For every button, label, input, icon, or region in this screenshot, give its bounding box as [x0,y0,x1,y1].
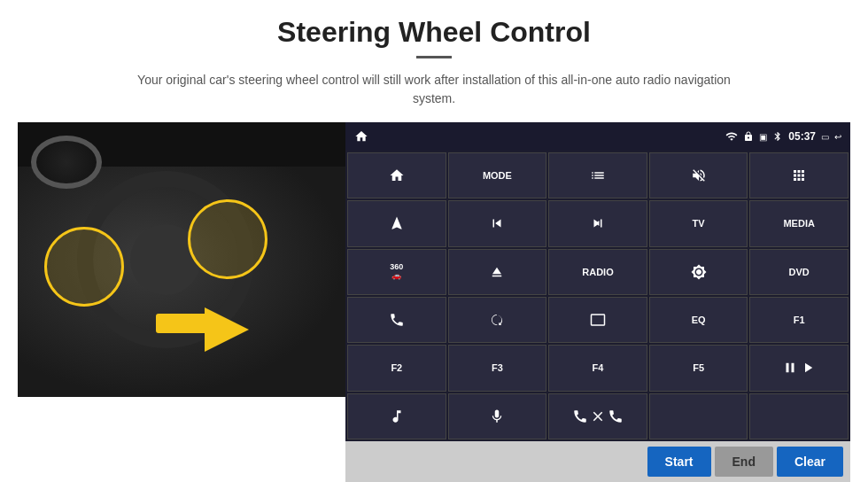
mute-button[interactable] [649,152,748,198]
screen-icon [590,312,606,328]
brightness-icon [691,264,707,280]
radio-button[interactable]: RADIO [548,249,647,295]
status-right: ▣ 05:37 ▭ ↩ [725,130,841,143]
mute-icon [691,167,707,183]
eject-button[interactable] [448,249,547,295]
f2-button[interactable]: F2 [347,345,446,391]
call-accept-icon [608,408,624,424]
f4-button[interactable]: F4 [548,345,647,391]
window-icon: ▭ [821,132,829,142]
arrow-indicator [143,303,249,356]
apps-button[interactable] [749,152,849,198]
time-display: 05:37 [788,130,816,143]
start-button[interactable]: Start [647,447,711,477]
mic-icon [489,408,505,424]
playpause-button[interactable] [749,345,849,391]
end-button[interactable]: End [715,447,773,477]
main-content: ▣ 05:37 ▭ ↩ MODE [18,122,850,482]
f4-label: F4 [593,362,604,373]
mode-button[interactable]: MODE [448,152,547,198]
list-button[interactable] [548,152,647,198]
swirl-button[interactable] [448,297,547,343]
call-divider-icon [590,408,606,424]
wifi-icon [725,130,738,143]
left-controls-highlight [44,227,124,307]
next-button[interactable] [548,200,647,246]
home-icon [389,167,405,183]
f5-label: F5 [693,362,704,373]
brightness-button[interactable] [649,249,748,295]
f3-label: F3 [492,362,503,373]
media-button[interactable]: MEDIA [749,200,849,246]
home-status-icon [354,129,368,144]
status-bar: ▣ 05:37 ▭ ↩ [345,122,850,151]
list-icon [590,167,606,183]
prev-button[interactable] [448,200,547,246]
f3-button[interactable]: F3 [448,345,547,391]
playpause-icon [782,360,798,376]
screen-button[interactable] [548,297,647,343]
phone-button[interactable] [347,297,446,343]
empty1-button[interactable] [649,393,748,439]
lock-icon [743,131,754,142]
cam360-icon: 360🚗 [390,263,403,281]
f5-button[interactable]: F5 [649,345,748,391]
apps-icon [791,167,807,183]
bluetooth-icon [772,131,783,142]
tv-label: TV [693,218,705,229]
f1-label: F1 [794,315,805,325]
clear-button[interactable]: Clear [777,447,843,477]
mic-button[interactable] [448,393,547,439]
car-image [18,122,345,397]
swirl-icon [489,312,505,328]
page-subtitle: Your original car's steering wheel contr… [124,71,744,108]
status-left [354,129,368,144]
back-icon: ↩ [834,132,841,142]
mode-label: MODE [483,170,512,181]
eject-icon [489,264,505,280]
bottom-action-bar: Start End Clear [345,441,850,482]
media-label: MEDIA [783,218,814,229]
call-button[interactable] [548,393,647,439]
eq-button[interactable]: EQ [649,297,748,343]
music-button[interactable] [347,393,446,439]
control-panel: ▣ 05:37 ▭ ↩ MODE [345,122,850,482]
right-controls-highlight [188,199,267,279]
call-end-icon [572,408,588,424]
cam360-button[interactable]: 360🚗 [347,249,446,295]
tv-button[interactable]: TV [649,200,748,246]
nav-button[interactable] [347,200,446,246]
eq-label: EQ [692,315,706,325]
next-icon [590,215,606,231]
prev-icon [489,215,505,231]
phone-icon [389,312,405,328]
music-icon [389,408,405,424]
f1-button[interactable]: F1 [749,297,849,343]
empty2-button[interactable] [749,393,849,439]
title-divider [416,56,452,58]
home-button[interactable] [347,152,446,198]
radio-label: RADIO [582,267,613,277]
dvd-button[interactable]: DVD [749,249,849,295]
button-grid: MODE [345,151,850,441]
page-title: Steering Wheel Control [277,16,591,49]
dvd-label: DVD [789,267,810,277]
nav-icon [389,215,405,231]
f2-label: F2 [391,362,402,373]
play-icon [800,360,816,376]
sim-icon: ▣ [759,132,767,142]
